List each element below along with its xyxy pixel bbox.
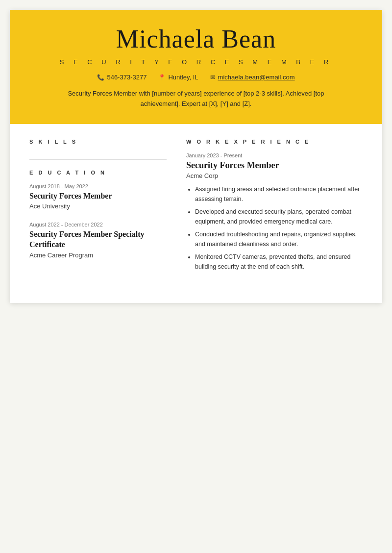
edu-degree-1: Security Forces Member [29,191,167,201]
skills-section: S K I L L S [29,139,167,145]
work-title-1: Security Forces Member [186,160,363,171]
candidate-title: S e c u r i t y F o r c e s M e m b e r [29,58,363,66]
edu-date-1: August 2018 - May 2022 [29,183,167,189]
work-section: W O R K E X P E R I E N C E January 2023… [186,139,363,272]
skills-divider [29,159,167,160]
edu-school-1: Ace University [29,202,167,210]
summary-text: Security Forces Member with [number of y… [54,89,338,109]
bullet-1: Assigned firing areas and selected ordna… [195,184,363,204]
work-company-1: Acme Corp [186,172,363,179]
resume-page: Michaela Bean S e c u r i t y F o r c e … [10,10,382,303]
phone-contact: 546-373-3277 [97,74,147,81]
contact-row: 546-373-3277 Huntley, IL michaela.bean@e… [29,74,363,81]
email-contact: michaela.bean@email.com [210,74,295,81]
right-column: W O R K E X P E R I E N C E January 2023… [186,139,363,283]
work-heading: W O R K E X P E R I E N C E [186,139,363,145]
phone-number: 546-373-3277 [107,74,147,81]
candidate-name: Michaela Bean [29,25,363,53]
edu-entry-1: August 2018 - May 2022 Security Forces M… [29,183,167,210]
header-section: Michaela Bean S e c u r i t y F o r c e … [10,10,382,124]
work-entry-1: January 2023 - Present Security Forces M… [186,152,363,272]
email-link[interactable]: michaela.bean@email.com [218,74,295,81]
edu-date-2: August 2022 - December 2022 [29,222,167,227]
education-heading: E D U C A T I O N [29,170,167,176]
left-column: S K I L L S E D U C A T I O N August 201… [29,139,167,283]
education-section: E D U C A T I O N August 2018 - May 2022… [29,170,167,259]
location-text: Huntley, IL [168,74,198,81]
edu-school-2: Acme Career Program [29,251,167,259]
bullet-2: Developed and executed security plans, o… [195,207,363,226]
bullet-4: Monitored CCTV cameras, prevented thefts… [195,252,363,272]
work-bullets-1: Assigned firing areas and selected ordna… [186,184,363,272]
edu-degree-2: Security Forces Member Specialty Certifi… [29,229,167,250]
work-date-1: January 2023 - Present [186,152,363,158]
skills-heading: S K I L L S [29,139,167,145]
location-icon [158,74,166,81]
bullet-3: Conducted troubleshooting and repairs, o… [195,229,363,249]
edu-entry-2: August 2022 - December 2022 Security For… [29,222,167,259]
email-icon [210,74,216,81]
location-contact: Huntley, IL [158,74,198,81]
phone-icon [97,74,104,81]
main-body: S K I L L S E D U C A T I O N August 201… [10,124,382,303]
